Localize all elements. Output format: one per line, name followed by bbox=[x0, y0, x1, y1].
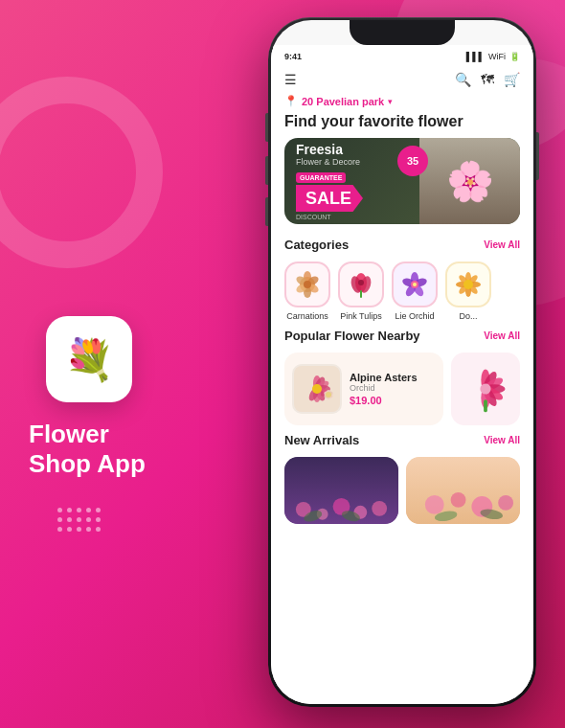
category-item-lie-orchid[interactable]: Lie Orchid bbox=[392, 262, 438, 321]
silent-switch bbox=[265, 197, 268, 226]
location-text: 20 Pavelian park bbox=[302, 96, 384, 107]
status-icons: ▌▌▌ WiFi 🔋 bbox=[466, 52, 520, 61]
phone-outer-shell: 9:41 ▌▌▌ WiFi 🔋 ☰ 🔍 🗺 🛒 bbox=[268, 17, 536, 707]
phone-notch bbox=[350, 20, 455, 45]
cart-icon[interactable]: 🛒 bbox=[504, 72, 520, 87]
svg-point-62 bbox=[451, 492, 466, 508]
category-circle-daisy bbox=[445, 262, 491, 307]
app-screen: 9:41 ▌▌▌ WiFi 🔋 ☰ 🔍 🗺 🛒 bbox=[271, 45, 533, 704]
arrival-card-1[interactable] bbox=[284, 457, 398, 524]
popular-view-all[interactable]: View All bbox=[484, 330, 520, 341]
page-title: Find your favorite flower bbox=[271, 111, 533, 138]
menu-icon[interactable]: ☰ bbox=[284, 72, 297, 87]
new-arrivals-title: New Arrivals bbox=[284, 433, 359, 447]
svg-point-12 bbox=[358, 280, 364, 285]
dots-decoration bbox=[57, 508, 102, 533]
categories-view-all[interactable]: View All bbox=[484, 239, 520, 250]
volume-down-button bbox=[265, 156, 268, 185]
popular-title: Popular Flower Nearby bbox=[284, 329, 420, 343]
location-pin-icon: 📍 bbox=[284, 95, 298, 107]
categories-row: Carnations Pink Tulips bbox=[271, 256, 533, 325]
svg-point-42 bbox=[326, 392, 331, 398]
svg-point-38 bbox=[312, 384, 322, 394]
svg-point-7 bbox=[304, 281, 311, 288]
category-label-lie-orchid: Lie Orchid bbox=[395, 311, 434, 321]
svg-rect-11 bbox=[360, 290, 362, 298]
sale-badge-wrap: GUARANTEE SALE DISCOUNT bbox=[296, 167, 508, 220]
svg-point-28 bbox=[463, 280, 473, 289]
arrival-card-2-image bbox=[406, 457, 520, 524]
discount-label: DISCOUNT bbox=[296, 214, 331, 220]
carnation-flower-icon bbox=[292, 269, 323, 300]
new-arrivals-row bbox=[271, 451, 533, 528]
category-item-pink-tulips[interactable]: Pink Tulips bbox=[338, 262, 384, 321]
app-title-line1: Flower bbox=[29, 420, 146, 449]
tulip-bouquet-emoji: 💐 bbox=[64, 336, 114, 383]
arrival-card-1-image bbox=[284, 457, 398, 524]
categories-section-header: Categories View All bbox=[271, 234, 533, 256]
phone-frame: 9:41 ▌▌▌ WiFi 🔋 ☰ 🔍 🗺 🛒 bbox=[268, 17, 536, 707]
category-label-carnations: Carnations bbox=[286, 311, 328, 321]
svg-rect-60 bbox=[406, 457, 520, 523]
orchid-flower-icon bbox=[399, 269, 430, 300]
popular-section-header: Popular Flower Nearby View All bbox=[271, 325, 533, 347]
power-button bbox=[536, 132, 539, 180]
category-label-daisy: Do... bbox=[459, 311, 477, 321]
location-bar[interactable]: 📍 20 Pavelian park ▾ bbox=[271, 93, 533, 111]
sale-tag: SALE bbox=[296, 185, 363, 212]
popular-flower-card-alpine-asters[interactable]: Alpine Asters Orchid $19.00 bbox=[284, 353, 443, 425]
volume-up-button bbox=[265, 113, 268, 142]
category-label-pink-tulips: Pink Tulips bbox=[340, 311, 382, 321]
signal-icon: ▌▌▌ bbox=[466, 52, 485, 61]
arrival-card-2[interactable] bbox=[406, 457, 520, 524]
alpine-asters-info: Alpine Asters Orchid $19.00 bbox=[350, 372, 436, 406]
location-chevron-icon: ▾ bbox=[388, 97, 393, 106]
status-time: 9:41 bbox=[284, 52, 302, 61]
new-arrivals-view-all[interactable]: View All bbox=[484, 435, 520, 445]
header-action-icons: 🔍 🗺 🛒 bbox=[455, 72, 520, 87]
svg-point-57 bbox=[372, 501, 387, 516]
category-item-carnations[interactable]: Carnations bbox=[284, 262, 330, 321]
categories-title: Categories bbox=[284, 238, 349, 252]
alpine-asters-flower-icon bbox=[294, 366, 340, 412]
svg-point-50 bbox=[480, 383, 490, 394]
alpine-asters-image bbox=[292, 364, 342, 414]
app-title: Flower Shop App bbox=[29, 420, 146, 479]
pink-tulip-flower-icon bbox=[346, 269, 376, 300]
battery-icon: 🔋 bbox=[509, 52, 520, 61]
category-circle-lie-orchid bbox=[392, 262, 438, 307]
alpine-asters-price: $19.00 bbox=[350, 395, 436, 406]
status-bar: 9:41 ▌▌▌ WiFi 🔋 bbox=[271, 45, 533, 68]
svg-point-61 bbox=[425, 495, 444, 514]
category-circle-pink-tulips bbox=[338, 262, 384, 307]
svg-rect-51 bbox=[484, 399, 487, 412]
bg-decoration-arc bbox=[0, 77, 163, 268]
alpine-asters-name: Alpine Asters bbox=[350, 372, 436, 383]
app-header: ☰ 🔍 🗺 🛒 bbox=[271, 68, 533, 93]
map-icon[interactable]: 🗺 bbox=[481, 72, 494, 87]
discount-circle: 35 bbox=[397, 146, 428, 176]
side-flower-icon bbox=[459, 360, 512, 418]
alpine-asters-type: Orchid bbox=[350, 383, 436, 393]
phone-screen-area: 9:41 ▌▌▌ WiFi 🔋 ☰ 🔍 🗺 🛒 bbox=[271, 20, 533, 704]
app-icon: 💐 bbox=[46, 316, 132, 402]
popular-row: Alpine Asters Orchid $19.00 bbox=[271, 347, 533, 429]
svg-point-64 bbox=[498, 495, 513, 511]
svg-point-19 bbox=[413, 283, 417, 286]
daisy-flower-icon bbox=[453, 269, 484, 300]
category-item-daisy[interactable]: Do... bbox=[445, 262, 491, 321]
guarantee-tag: GUARANTEE bbox=[296, 172, 346, 183]
wifi-icon: WiFi bbox=[488, 52, 506, 61]
search-icon[interactable]: 🔍 bbox=[455, 72, 471, 87]
category-circle-carnations bbox=[284, 262, 330, 307]
new-arrivals-section-header: New Arrivals View All bbox=[271, 429, 533, 451]
app-title-line2: Shop App bbox=[29, 449, 146, 479]
popular-flower-card-2[interactable] bbox=[451, 353, 520, 425]
promo-banner[interactable]: Freesia Flower & Decore GUARANTEE SALE D… bbox=[284, 138, 520, 224]
